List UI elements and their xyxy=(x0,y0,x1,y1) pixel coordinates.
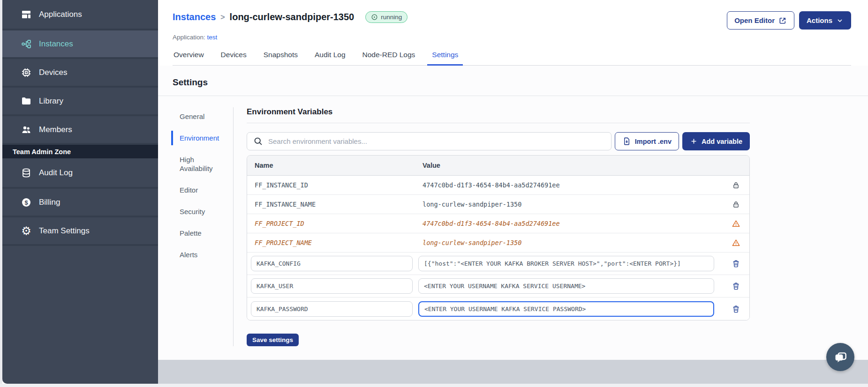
subnav-general[interactable]: General xyxy=(180,112,223,121)
sidebar-filler xyxy=(2,244,158,384)
application-link[interactable]: test xyxy=(207,34,218,41)
import-env-button[interactable]: Import .env xyxy=(615,132,679,150)
env-name-input[interactable] xyxy=(251,301,413,317)
open-editor-button[interactable]: Open Editor xyxy=(727,11,794,30)
chat-icon xyxy=(833,350,848,365)
sidebar-item-applications[interactable]: Applications xyxy=(2,0,158,29)
page-header: Instances > long-curlew-sandpiper-1350 r… xyxy=(158,0,868,66)
plus-icon xyxy=(690,137,698,145)
table-row xyxy=(247,275,749,298)
sidebar-item-label: Library xyxy=(39,97,63,106)
column-header-value: Value xyxy=(417,162,722,169)
actions-button[interactable]: Actions xyxy=(799,11,851,30)
sidebar-item-devices[interactable]: Devices xyxy=(2,57,158,86)
breadcrumb: Instances > long-curlew-sandpiper-1350 r… xyxy=(173,11,408,23)
subnav-high-availability[interactable]: High Availability xyxy=(180,155,223,173)
env-value: 4747c0bd-d1f3-4654-84b4-aa5d274691ee xyxy=(423,181,560,189)
breadcrumb-separator: > xyxy=(220,13,225,22)
env-value: long-curlew-sandpiper-1350 xyxy=(423,239,521,246)
subnav-alerts[interactable]: Alerts xyxy=(180,250,223,259)
status-badge-label: running xyxy=(381,14,402,21)
play-circle-icon xyxy=(371,14,378,21)
chat-widget-button[interactable] xyxy=(826,343,854,371)
sidebar-item-instances[interactable]: Instances xyxy=(2,29,158,57)
env-name: FF_PROJECT_NAME xyxy=(255,239,312,246)
env-name-input[interactable] xyxy=(251,278,413,294)
sidebar-item-label: Team Settings xyxy=(39,226,90,236)
document-download-icon xyxy=(622,137,631,146)
import-env-label: Import .env xyxy=(635,138,672,145)
tab-overview[interactable]: Overview xyxy=(173,51,205,65)
table-row: FF_INSTANCE_NAME long-curlew-sandpiper-1… xyxy=(247,195,749,214)
add-variable-button[interactable]: Add variable xyxy=(682,132,750,150)
status-badge: running xyxy=(365,11,408,23)
subnav-security[interactable]: Security xyxy=(180,207,223,216)
application-line: Application: test xyxy=(173,34,851,41)
svg-text:$: $ xyxy=(24,199,28,206)
main-area: Instances > long-curlew-sandpiper-1350 r… xyxy=(158,0,868,384)
tab-snapshots[interactable]: Snapshots xyxy=(263,51,299,65)
tab-settings[interactable]: Settings xyxy=(431,51,459,65)
delete-variable-button[interactable] xyxy=(730,280,742,292)
settings-subnav: General Environment High Availability Ed… xyxy=(158,107,234,346)
environment-panel: Environment Variables Impo xyxy=(247,107,750,346)
folder-icon xyxy=(20,95,32,107)
subnav-environment[interactable]: Environment xyxy=(180,134,223,142)
sidebar-item-team-settings[interactable]: ⚙ Team Settings xyxy=(2,216,158,244)
sidebar-item-label: Billing xyxy=(39,198,60,207)
instance-tabs: Overview Devices Snapshots Audit Log Nod… xyxy=(173,51,851,66)
table-header: Name Value xyxy=(247,156,749,176)
save-settings-button[interactable]: Save settings xyxy=(247,334,299,346)
lock-icon xyxy=(722,201,749,208)
sidebar-item-audit-log[interactable]: Audit Log xyxy=(2,158,158,187)
env-value-input-focused[interactable] xyxy=(418,301,714,317)
add-variable-label: Add variable xyxy=(702,138,742,145)
delete-variable-button[interactable] xyxy=(730,257,742,270)
database-icon xyxy=(20,167,32,179)
sidebar-item-label: Instances xyxy=(39,39,73,49)
sidebar-item-library[interactable]: Library xyxy=(2,86,158,114)
instances-icon xyxy=(20,38,32,50)
env-value-input[interactable] xyxy=(418,278,714,294)
warning-icon xyxy=(722,219,749,228)
env-name: FF_PROJECT_ID xyxy=(255,220,304,227)
gear-icon: ⚙ xyxy=(20,225,32,237)
search-icon xyxy=(253,136,263,146)
application-label: Application: xyxy=(173,34,205,41)
env-value-input[interactable] xyxy=(418,256,714,271)
sidebar-item-members[interactable]: Members xyxy=(2,114,158,143)
table-row: FF_PROJECT_ID 4747c0bd-d1f3-4654-84b4-aa… xyxy=(247,214,749,233)
dollar-icon: $ xyxy=(20,196,32,208)
delete-variable-button[interactable] xyxy=(730,303,742,315)
page-title: Settings xyxy=(158,66,868,96)
env-name: FF_INSTANCE_ID xyxy=(255,181,308,189)
section-title: Environment Variables xyxy=(247,107,750,123)
env-variables-table: Name Value FF_INSTANCE_ID 4747c0bd-d1f3-… xyxy=(247,155,750,320)
table-row: FF_PROJECT_NAME long-curlew-sandpiper-13… xyxy=(247,233,749,253)
window-bottom-edge xyxy=(0,384,868,387)
team-admin-zone-label: Team Admin Zone xyxy=(2,143,158,158)
tab-devices[interactable]: Devices xyxy=(220,51,248,65)
search-box xyxy=(247,132,611,150)
lock-icon xyxy=(722,181,749,189)
sidebar-item-label: Applications xyxy=(39,10,82,19)
table-row xyxy=(247,298,749,320)
sidebar-item-label: Devices xyxy=(39,68,67,77)
env-name-input[interactable] xyxy=(251,256,413,271)
sidebar-item-billing[interactable]: $ Billing xyxy=(2,187,158,216)
table-row: FF_INSTANCE_ID 4747c0bd-d1f3-4654-84b4-a… xyxy=(247,176,749,195)
subnav-palette[interactable]: Palette xyxy=(180,229,223,238)
subnav-editor[interactable]: Editor xyxy=(180,186,223,194)
tab-node-red-logs[interactable]: Node-RED Logs xyxy=(362,51,416,65)
instance-name: long-curlew-sandpiper-1350 xyxy=(230,12,355,22)
env-toolbar: Import .env Add variable xyxy=(247,132,750,150)
tab-audit-log[interactable]: Audit Log xyxy=(314,51,347,65)
settings-content: Settings General Environment High Availa… xyxy=(158,66,868,360)
app-window: Applications Instances Devices Library M… xyxy=(0,0,868,384)
sidebar: Applications Instances Devices Library M… xyxy=(2,0,158,384)
breadcrumb-instances-link[interactable]: Instances xyxy=(173,12,216,22)
sidebar-item-label: Members xyxy=(39,125,72,134)
search-input[interactable] xyxy=(268,137,605,145)
users-icon xyxy=(20,124,32,136)
footer-bar xyxy=(158,360,868,384)
